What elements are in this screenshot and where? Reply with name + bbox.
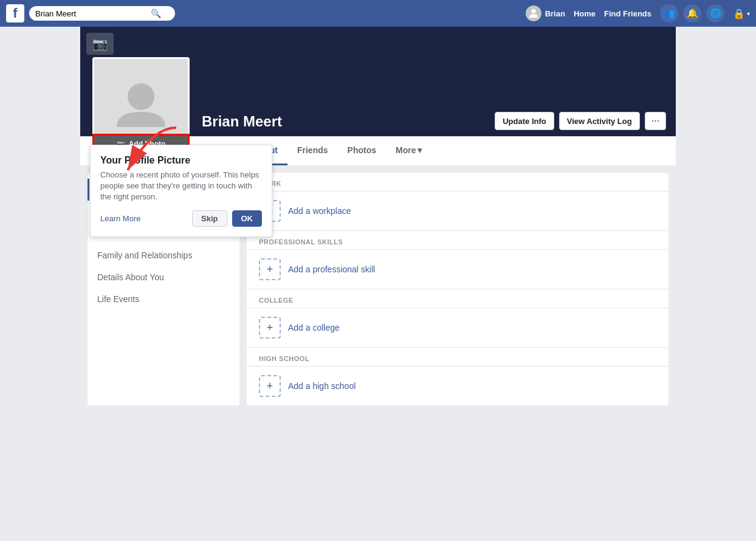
current-user[interactable]: Brian — [526, 5, 565, 21]
update-info-button[interactable]: Update Info — [495, 112, 554, 130]
caret-down-icon: ▾ — [418, 145, 422, 155]
sidebar-item-details[interactable]: Details About You — [88, 266, 239, 288]
avatar — [526, 5, 541, 21]
tooltip-description: Choose a recent photo of yourself. This … — [100, 170, 262, 203]
profile-picture-tooltip: Your Profile Picture Choose a recent pho… — [90, 145, 272, 237]
top-nav-right: Brian Home Find Friends 👥 🔔 🌐 🔒 ▾ — [526, 4, 750, 22]
ok-button[interactable]: OK — [232, 210, 263, 227]
add-skill-plus[interactable]: + — [259, 258, 281, 280]
tab-photos[interactable]: Photos — [338, 137, 386, 165]
tooltip-actions: Learn More Skip OK — [100, 210, 262, 227]
tooltip-buttons: Skip OK — [192, 210, 262, 227]
profile-actions: Update Info View Activity Log ··· — [495, 112, 666, 130]
caret-down-icon: ▾ — [747, 10, 750, 17]
add-workplace-label[interactable]: Add a workplace — [288, 206, 351, 216]
globe-icon[interactable]: 🌐 — [706, 4, 724, 22]
settings-menu[interactable]: 🔒 ▾ — [733, 8, 750, 19]
add-skill-row: + Add a professional skill — [247, 250, 668, 289]
add-workplace-row: + Add a workplace — [247, 191, 668, 230]
nav-icons: 👥 🔔 🌐 — [660, 4, 724, 22]
tooltip-title: Your Profile Picture — [100, 155, 262, 166]
friends-icon[interactable]: 👥 — [660, 4, 678, 22]
cover-camera-btn[interactable]: 📷 — [86, 33, 114, 55]
lock-icon: 🔒 — [733, 8, 745, 19]
add-skill-label[interactable]: Add a professional skill — [288, 264, 375, 274]
view-activity-log-button[interactable]: View Activity Log — [559, 112, 640, 130]
skip-button[interactable]: Skip — [192, 210, 227, 227]
tab-friends[interactable]: Friends — [287, 137, 338, 165]
search-input[interactable] — [35, 9, 151, 18]
profile-name: Brian Meert — [202, 113, 282, 129]
top-nav: f 🔍 Brian Home Find Friends 👥 🔔 🌐 🔒 ▾ — [0, 0, 756, 27]
find-friends-link[interactable]: Find Friends — [604, 9, 651, 18]
add-highschool-plus[interactable]: + — [259, 375, 281, 397]
section-college-header: COLLEGE — [247, 289, 668, 308]
more-options-button[interactable]: ··· — [645, 112, 666, 130]
profile-photo-wrap: 📷 Add Photo — [92, 57, 190, 154]
section-work-header: WORK — [247, 173, 668, 191]
section-skills-header: PROFESSIONAL SKILLS — [247, 231, 668, 250]
add-highschool-label[interactable]: Add a high school — [288, 381, 356, 391]
svg-point-1 — [128, 83, 154, 110]
right-content: WORK + Add a workplace PROFESSIONAL SKIL… — [247, 173, 668, 405]
add-college-plus[interactable]: + — [259, 317, 281, 339]
search-icon: 🔍 — [151, 9, 161, 18]
svg-point-0 — [531, 9, 535, 13]
facebook-logo[interactable]: f — [6, 4, 24, 22]
tab-more[interactable]: More ▾ — [386, 137, 431, 165]
add-college-label[interactable]: Add a college — [288, 323, 340, 333]
notifications-icon[interactable]: 🔔 — [683, 4, 701, 22]
search-bar: 🔍 — [29, 6, 175, 21]
profile-name-overlay: Brian Meert — [202, 113, 282, 130]
section-highschool-header: HIGH SCHOOL — [247, 348, 668, 367]
sidebar-item-life-events[interactable]: Life Events — [88, 288, 239, 310]
cover-photo: 📷 📷 Add Photo Brian Meert Update Info Vi… — [80, 27, 676, 136]
home-link[interactable]: Home — [574, 9, 596, 18]
learn-more-link[interactable]: Learn More — [100, 214, 140, 223]
user-name: Brian — [545, 9, 565, 18]
add-highschool-row: + Add a high school — [247, 367, 668, 405]
sidebar-item-family[interactable]: Family and Relationships — [88, 244, 239, 266]
add-college-row: + Add a college — [247, 308, 668, 347]
